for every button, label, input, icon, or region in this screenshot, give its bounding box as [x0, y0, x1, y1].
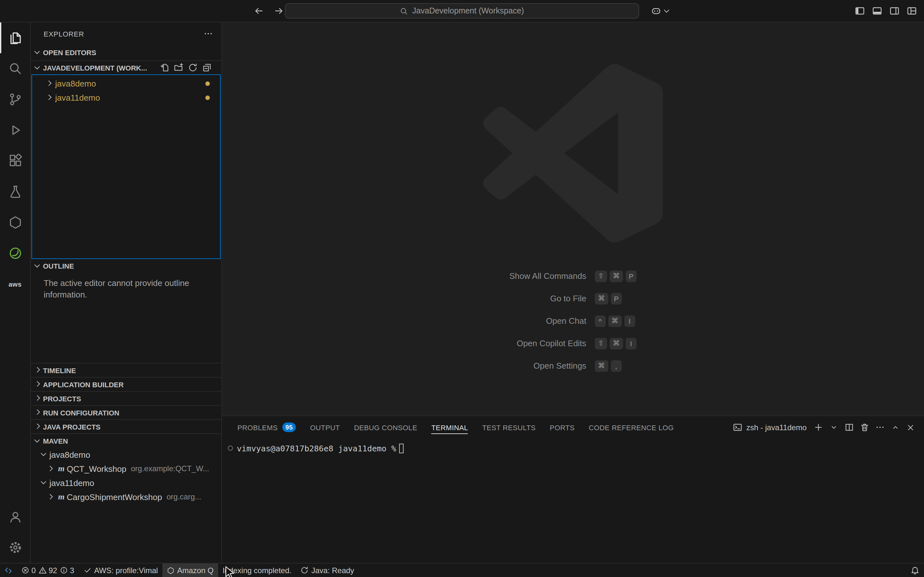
activity-spring-boot[interactable] [0, 238, 30, 269]
customize-layout-button[interactable] [905, 4, 919, 18]
hexagon-icon [8, 215, 22, 229]
tab-label: DEBUG CONSOLE [354, 424, 417, 431]
tree-item-java8demo[interactable]: java8demo [32, 76, 220, 90]
maven-folder-java11demo[interactable]: java11demo [31, 476, 221, 490]
problems-status[interactable]: 0 92 3 [17, 564, 79, 577]
section-workspace[interactable]: JAVADEVELOPMENT (WORK... [31, 60, 221, 74]
activity-source-control[interactable] [0, 84, 30, 115]
gear-icon [8, 540, 22, 554]
toggle-secondary-sidebar-button[interactable] [887, 4, 901, 18]
terminal-body[interactable]: vimvyas@a07817b286e8 java11demo % [222, 438, 924, 563]
amazon-q-status[interactable]: Amazon Q [162, 564, 218, 577]
sidebar-title-row: EXPLORER [31, 23, 221, 45]
java-status-label: Java: Ready [311, 566, 354, 575]
activity-hexagon-extension[interactable] [0, 207, 30, 238]
command-center[interactable]: JavaDevelopment (Workspace) [285, 3, 639, 19]
panel-actions: zsh - java11demo [733, 416, 918, 438]
activity-bar: aws [0, 23, 31, 563]
editor-stage: Show All Commands ⇧ ⌘ P Go to File ⌘ P O… [222, 23, 924, 563]
watermark-shortcuts: Show All Commands ⇧ ⌘ P Go to File ⌘ P O… [509, 265, 636, 377]
key-cmd: ⌘ [610, 338, 623, 349]
maven-folder-label: java11demo [49, 478, 94, 488]
forward-arrow-icon[interactable] [272, 4, 286, 18]
activity-extensions[interactable] [0, 145, 30, 176]
chevron-right-icon [45, 464, 56, 474]
maven-folder-label: java8demo [49, 450, 90, 459]
activity-aws[interactable]: aws [0, 269, 30, 300]
kill-terminal-button[interactable] [857, 420, 871, 434]
history-nav [252, 0, 286, 22]
maven-module-cargo-shipment[interactable]: m CargoShipmentWorkshop org.carg... [31, 490, 221, 504]
new-folder-icon[interactable] [174, 63, 184, 73]
chevron-right-icon [33, 379, 43, 390]
section-maven[interactable]: MAVEN [31, 434, 221, 448]
key-shift: ⇧ [594, 338, 607, 349]
section-open-editors[interactable]: OPEN EDITORS [31, 45, 221, 60]
chevron-down-icon [33, 261, 43, 271]
section-run-configuration[interactable]: RUN CONFIGURATION [31, 405, 221, 419]
chevron-right-icon [45, 492, 56, 502]
explorer-icon [8, 31, 22, 45]
tab-output[interactable]: OUTPUT [310, 416, 340, 438]
section-application-builder[interactable]: APPLICATION BUILDER [31, 377, 221, 391]
workspace-label: JAVADEVELOPMENT (WORK... [43, 64, 147, 71]
tab-problems[interactable]: PROBLEMS 95 [237, 416, 296, 438]
maven-icon: m [56, 492, 67, 502]
back-arrow-icon[interactable] [252, 4, 266, 18]
maven-folder-java8demo[interactable]: java8demo [31, 448, 221, 462]
aws-profile-status[interactable]: AWS: profile:Vimal [79, 564, 162, 577]
remote-indicator[interactable] [0, 564, 17, 577]
spring-boot-icon [8, 246, 22, 260]
section-outline[interactable]: OUTLINE [31, 259, 221, 273]
tab-ports[interactable]: PORTS [550, 416, 575, 438]
modified-dot-badge [205, 95, 210, 100]
key-cmd: ⌘ [610, 270, 623, 282]
section-java-projects[interactable]: JAVA PROJECTS [31, 419, 221, 434]
key-cmd: ⌘ [594, 293, 608, 304]
key-shift: ⇧ [594, 270, 607, 282]
tab-test-results[interactable]: TEST RESULTS [482, 416, 536, 438]
split-terminal-button[interactable] [842, 420, 856, 434]
notifications-status[interactable] [906, 564, 924, 577]
chevron-down-icon [39, 478, 49, 488]
maven-module-label: QCT_Workshop [67, 464, 126, 474]
activity-settings[interactable] [0, 532, 30, 563]
vscode-logo-watermark [483, 63, 663, 243]
maximize-panel-button[interactable] [888, 420, 902, 434]
terminal-line: vimvyas@a07817b286e8 java11demo % [222, 442, 924, 454]
activity-account[interactable] [0, 501, 30, 532]
new-file-icon[interactable] [160, 63, 170, 73]
chevron-down-icon [39, 450, 49, 460]
java-status[interactable]: Java: Ready [296, 564, 359, 577]
search-icon [8, 61, 22, 76]
layout-controls [853, 0, 919, 22]
close-panel-button[interactable] [903, 420, 918, 434]
refresh-icon[interactable] [188, 63, 198, 73]
tab-debug-console[interactable]: DEBUG CONSOLE [354, 416, 417, 438]
tree-item-java11demo[interactable]: java11demo [32, 90, 220, 105]
toggle-panel-button[interactable] [870, 4, 884, 18]
panel-more-actions-button[interactable] [873, 420, 887, 434]
collapse-all-icon[interactable] [202, 63, 212, 73]
key-letter: I [626, 338, 636, 349]
activity-explorer[interactable] [0, 23, 30, 53]
tab-code-reference-log[interactable]: CODE REFERENCE LOG [589, 416, 674, 438]
chevron-right-icon [33, 422, 43, 432]
copilot-menu-button[interactable] [651, 5, 672, 16]
toggle-primary-sidebar-button[interactable] [853, 4, 867, 18]
maven-module-qct-workshop[interactable]: m QCT_Workshop org.example:QCT_W... [31, 462, 221, 476]
more-actions-icon[interactable] [201, 27, 215, 41]
chevron-right-icon [33, 408, 43, 418]
section-timeline[interactable]: TIMELINE [31, 363, 221, 377]
activity-search[interactable] [0, 53, 30, 84]
maven-icon: m [56, 464, 67, 474]
chevron-right-icon [44, 92, 55, 103]
activity-run-debug[interactable] [0, 115, 30, 145]
terminal-dropdown-button[interactable] [827, 420, 841, 434]
section-projects[interactable]: PROJECTS [31, 391, 221, 405]
new-terminal-button[interactable] [811, 420, 825, 434]
terminal-session-label[interactable]: zsh - java11demo [746, 423, 806, 432]
tab-terminal[interactable]: TERMINAL [431, 416, 468, 438]
activity-testing[interactable] [0, 176, 30, 207]
bell-icon [911, 566, 919, 575]
